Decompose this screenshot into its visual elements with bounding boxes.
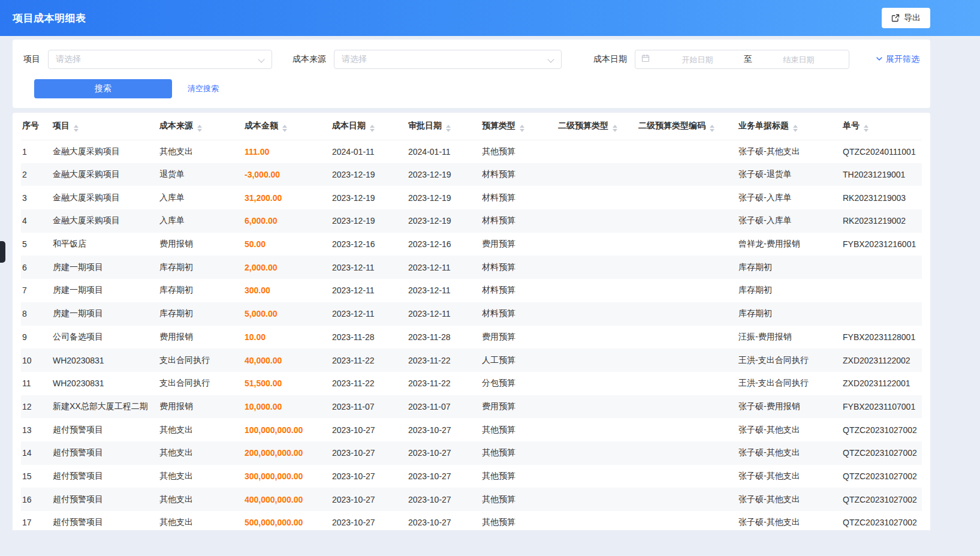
export-icon xyxy=(891,14,900,22)
table-cell: 2023-12-11 xyxy=(403,279,477,302)
search-button[interactable]: 搜索 xyxy=(34,79,172,98)
table-cell: 2023-10-27 xyxy=(403,488,477,511)
cost-date-range-picker[interactable]: 至 xyxy=(635,50,849,69)
table-cell xyxy=(553,465,634,488)
table-cell: 111.00 xyxy=(240,140,327,163)
expand-filter-link[interactable]: 展开筛选 xyxy=(876,54,919,65)
table-cell: RK20231219003 xyxy=(838,186,922,209)
table-cell: 费用报销 xyxy=(155,395,240,419)
sort-icon[interactable] xyxy=(197,125,202,132)
table-cell: 张子硕-费用报销 xyxy=(734,395,838,419)
table-cell xyxy=(634,302,734,326)
column-header[interactable]: 审批日期 xyxy=(403,113,477,140)
chevron-down-icon xyxy=(876,55,883,64)
column-header[interactable]: 单号 xyxy=(838,113,922,140)
table-cell: 51,500.00 xyxy=(240,372,327,395)
table-cell: 张子硕-其他支出 xyxy=(734,488,838,511)
sort-icon[interactable] xyxy=(282,125,287,132)
table-cell: 300,000,000.00 xyxy=(240,465,327,488)
table-cell: 2023-12-19 xyxy=(403,186,477,209)
table-header-row: 序号项目成本来源成本金额成本日期审批日期预算类型二级预算类型二级预算类型编码业务… xyxy=(21,113,922,140)
table-cell: 张子硕-其他支出 xyxy=(734,465,838,488)
table-cell: 2023-12-16 xyxy=(403,233,477,256)
cost-source-select[interactable]: 请选择 xyxy=(334,50,562,69)
sort-icon[interactable] xyxy=(613,125,617,132)
table-cell: 超付预警项目 xyxy=(48,488,155,511)
table-cell: 材料预算 xyxy=(477,302,553,326)
table-cell xyxy=(553,372,634,395)
page-title: 项目成本明细表 xyxy=(13,11,86,25)
table-cell: 11 xyxy=(21,372,48,395)
column-header[interactable]: 成本日期 xyxy=(327,113,403,140)
table-cell: 金融大厦采购项目 xyxy=(48,186,155,209)
table-cell: 金融大厦采购项目 xyxy=(48,163,155,187)
table-cell: 2023-10-27 xyxy=(403,465,477,488)
column-header[interactable]: 成本金额 xyxy=(240,113,327,140)
column-header-label: 二级预算类型编码 xyxy=(638,121,705,130)
cost-source-filter: 成本来源 请选择 xyxy=(293,50,562,69)
table-cell xyxy=(553,511,634,530)
sort-icon[interactable] xyxy=(520,125,524,132)
sort-icon[interactable] xyxy=(710,125,714,132)
column-header[interactable]: 项目 xyxy=(48,113,155,140)
table-row: 15超付预警项目其他支出300,000,000.002023-10-272023… xyxy=(21,465,922,488)
table-cell xyxy=(634,372,734,395)
end-date-input[interactable] xyxy=(755,55,843,64)
table-cell: QTZC20240111001 xyxy=(838,140,922,163)
table-cell: 人工预算 xyxy=(477,348,553,372)
sort-icon[interactable] xyxy=(74,125,79,132)
filter-actions: 搜索 清空搜索 xyxy=(23,79,919,98)
table-cell: 张子硕-其他支出 xyxy=(734,140,838,163)
table-row: 17超付预警项目其他支出500,000,000.002023-10-272023… xyxy=(21,511,922,530)
table-cell: 王洪-支出合同执行 xyxy=(734,372,838,395)
table-cell: 2023-12-19 xyxy=(327,163,403,187)
table-cell: 3 xyxy=(21,186,48,209)
table-cell: 其他支出 xyxy=(155,511,240,530)
table-cell xyxy=(634,163,734,187)
table-row: 2金融大厦采购项目退货单-3,000.002023-12-192023-12-1… xyxy=(21,163,922,187)
table-cell: 费用报销 xyxy=(155,233,240,256)
table-cell: 2023-11-22 xyxy=(327,348,403,372)
sort-icon[interactable] xyxy=(793,125,798,132)
table-row: 10WH20230831支出合同执行40,000.002023-11-22202… xyxy=(21,348,922,372)
column-header[interactable]: 预算类型 xyxy=(477,113,553,140)
table-cell xyxy=(553,140,634,163)
export-button[interactable]: 导出 xyxy=(882,8,930,28)
table-cell xyxy=(553,395,634,419)
table-cell xyxy=(553,418,634,441)
table-cell: 2024-01-11 xyxy=(403,140,477,163)
table-cell: 和平饭店 xyxy=(48,233,155,256)
table-cell: 张子硕-退货单 xyxy=(734,163,838,187)
column-header[interactable]: 二级预算类型编码 xyxy=(634,113,734,140)
column-header-label: 项目 xyxy=(53,121,70,130)
table-cell: RK20231219002 xyxy=(838,209,922,233)
table-cell: 库存期初 xyxy=(734,302,838,326)
column-header-label: 单号 xyxy=(843,121,860,130)
sort-icon[interactable] xyxy=(864,125,869,132)
table-cell xyxy=(634,279,734,302)
start-date-input[interactable] xyxy=(653,55,741,64)
content-area: 项目 请选择 成本来源 请选择 成本日期 xyxy=(0,36,980,530)
sort-icon[interactable] xyxy=(370,125,375,132)
table-cell xyxy=(553,256,634,279)
table-cell: QTZC20231027002 xyxy=(838,488,922,511)
column-header[interactable]: 成本来源 xyxy=(155,113,240,140)
table-cell: 汪振-费用报销 xyxy=(734,326,838,349)
side-panel-handle[interactable] xyxy=(0,241,5,263)
table-row: 7房建一期项目库存期初300.002023-12-112023-12-11材料预… xyxy=(21,279,922,302)
column-header-label: 序号 xyxy=(22,121,39,130)
table-cell: 张子硕-其他支出 xyxy=(734,511,838,530)
table-cell xyxy=(634,418,734,441)
table-cell: 材料预算 xyxy=(477,209,553,233)
table-cell: 6,000.00 xyxy=(240,209,327,233)
table-cell: 2023-12-11 xyxy=(327,279,403,302)
column-header[interactable]: 业务单据标题 xyxy=(734,113,838,140)
column-header[interactable]: 二级预算类型 xyxy=(553,113,634,140)
clear-search-link[interactable]: 清空搜索 xyxy=(188,83,219,94)
sort-icon[interactable] xyxy=(446,125,451,132)
column-header-label: 成本日期 xyxy=(332,121,366,130)
project-select[interactable]: 请选择 xyxy=(48,50,272,69)
table-cell: -3,000.00 xyxy=(240,163,327,187)
table-cell: 超付预警项目 xyxy=(48,441,155,465)
table-cell xyxy=(634,186,734,209)
